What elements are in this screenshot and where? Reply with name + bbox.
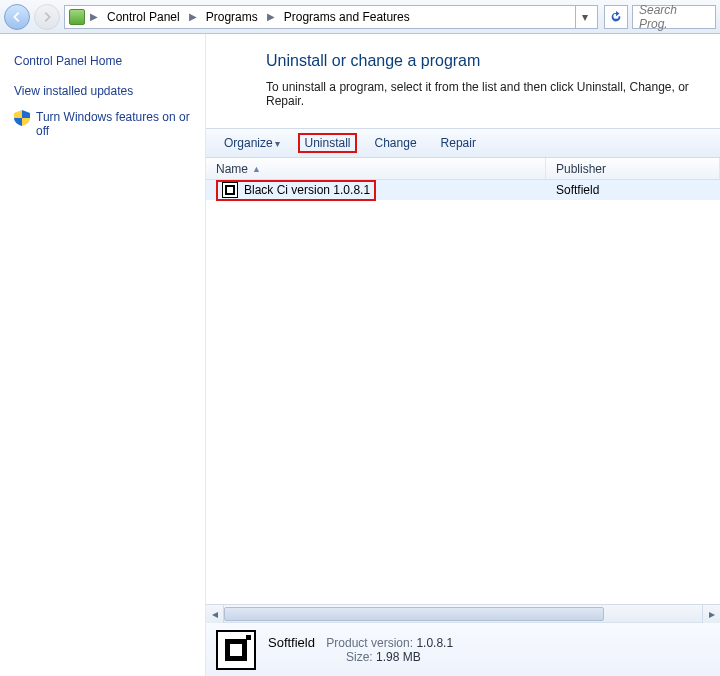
list-item[interactable]: Black Ci version 1.0.8.1 Softfield xyxy=(206,180,720,200)
uninstall-button[interactable]: Uninstall xyxy=(298,133,356,153)
refresh-button[interactable] xyxy=(604,5,628,29)
arrow-left-icon xyxy=(10,10,24,24)
chevron-right-icon: ▶ xyxy=(87,11,101,22)
details-version-label: Product version: xyxy=(326,636,413,650)
details-publisher: Softfield xyxy=(268,635,315,650)
main-pane: Uninstall or change a program To uninsta… xyxy=(205,34,720,676)
details-version: 1.0.8.1 xyxy=(416,636,453,650)
search-input[interactable]: Search Prog. xyxy=(632,5,716,29)
program-icon xyxy=(216,630,256,670)
breadcrumb[interactable]: ▶ Control Panel ▶ Programs ▶ Programs an… xyxy=(64,5,598,29)
list-toolbar: Organize Uninstall Change Repair xyxy=(206,128,720,158)
nav-forward-button[interactable] xyxy=(34,4,60,30)
column-name[interactable]: Name ▲ xyxy=(206,158,546,179)
nav-back-button[interactable] xyxy=(4,4,30,30)
breadcrumb-item[interactable]: Programs and Features xyxy=(280,8,414,26)
page-title: Uninstall or change a program xyxy=(266,52,712,70)
details-pane: Softfield Product version: 1.0.8.1 Size:… xyxy=(206,622,720,676)
details-size-label: Size: xyxy=(346,650,373,664)
column-headers: Name ▲ Publisher xyxy=(206,158,720,180)
program-list: Name ▲ Publisher Black Ci version 1.0.8.… xyxy=(206,158,720,622)
refresh-icon xyxy=(609,10,623,24)
change-button[interactable]: Change xyxy=(369,133,423,153)
chevron-right-icon: ▶ xyxy=(186,11,200,22)
repair-button[interactable]: Repair xyxy=(435,133,482,153)
column-publisher[interactable]: Publisher xyxy=(546,158,720,179)
arrow-right-icon xyxy=(40,10,54,24)
sort-asc-icon: ▲ xyxy=(252,164,261,174)
breadcrumb-item[interactable]: Control Panel xyxy=(103,8,184,26)
scroll-left-icon[interactable]: ◂ xyxy=(206,605,224,623)
program-name: Black Ci version 1.0.8.1 xyxy=(244,183,370,197)
program-icon xyxy=(222,182,238,198)
address-dropdown[interactable]: ▾ xyxy=(575,6,593,28)
scroll-right-icon[interactable]: ▸ xyxy=(702,605,720,623)
address-bar: ▶ Control Panel ▶ Programs ▶ Programs an… xyxy=(0,0,720,34)
organize-button[interactable]: Organize xyxy=(218,133,286,153)
shield-icon xyxy=(14,110,30,126)
sidebar-link-windows-features[interactable]: Turn Windows features on or off xyxy=(14,104,195,144)
program-publisher: Softfield xyxy=(556,183,599,197)
details-size: 1.98 MB xyxy=(376,650,421,664)
control-panel-icon xyxy=(69,9,85,25)
sidebar-item-label: Turn Windows features on or off xyxy=(36,110,195,138)
chevron-right-icon: ▶ xyxy=(264,11,278,22)
breadcrumb-item[interactable]: Programs xyxy=(202,8,262,26)
page-description: To uninstall a program, select it from t… xyxy=(266,80,712,108)
sidebar-link-updates[interactable]: View installed updates xyxy=(14,78,195,104)
scroll-thumb[interactable] xyxy=(224,607,604,621)
sidebar: Control Panel Home View installed update… xyxy=(0,34,205,676)
horizontal-scrollbar[interactable]: ◂ ▸ xyxy=(206,604,720,622)
sidebar-home-link[interactable]: Control Panel Home xyxy=(14,50,195,78)
